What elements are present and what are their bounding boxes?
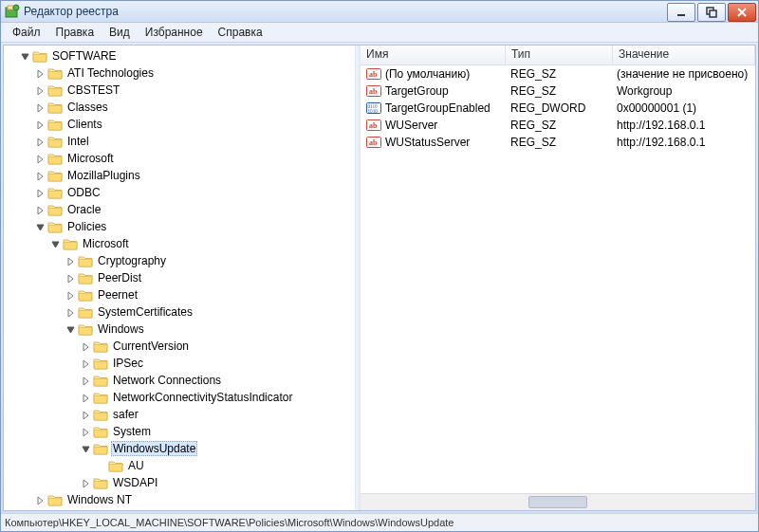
tree-node[interactable]: Microsoft [49,235,355,252]
expander-closed-icon[interactable] [34,204,46,215]
expander-closed-icon[interactable] [34,170,46,181]
tree-node-label[interactable]: WindowsUpdate [111,441,197,456]
expander-closed-icon[interactable] [65,306,76,318]
expander-closed-icon[interactable] [80,392,91,403]
tree-node-label[interactable]: Microsoft [81,237,131,250]
expander-closed-icon[interactable] [80,426,91,437]
tree-node[interactable]: ODBC [34,184,355,201]
tree-node[interactable]: Classes [34,99,355,116]
expander-closed-icon[interactable] [34,187,46,198]
tree-node-label[interactable]: SystemCertificates [96,305,194,319]
tree-node[interactable]: Network Connections [80,372,355,389]
tree-node[interactable]: Policies [34,218,355,235]
list-row[interactable]: TargetGroupREG_SZWorkgroup [361,83,755,100]
tree-node-label[interactable]: Network Connections [111,374,223,387]
close-button[interactable] [728,3,756,22]
column-name[interactable]: Имя [361,46,506,64]
tree-node-label[interactable]: Clients [65,118,104,131]
expander-closed-icon[interactable] [80,477,91,488]
tree-node-label[interactable]: Classes [65,101,110,114]
tree-node[interactable]: System [80,423,355,440]
tree-node[interactable]: WSDAPI [80,474,355,491]
expander-closed-icon[interactable] [80,375,91,386]
menu-file[interactable]: Файл [5,24,48,41]
expander-closed-icon[interactable] [65,272,76,284]
minimize-button[interactable] [667,3,695,22]
tree-node-label[interactable]: AU [126,459,146,472]
menu-help[interactable]: Справка [211,24,270,41]
tree-node[interactable]: Windows NT [34,491,355,508]
tree-node[interactable]: Oracle [34,201,355,218]
list-body[interactable]: (По умолчанию)REG_SZ(значение не присвое… [361,65,755,493]
tree-node[interactable]: ATI Technologies [34,64,355,82]
tree-node-label[interactable]: Policies [65,220,108,233]
expander-closed-icon[interactable] [80,409,91,420]
expander-closed-icon[interactable] [34,153,46,164]
tree-node-label[interactable]: safer [111,408,140,421]
tree-node-label[interactable]: MozillaPlugins [65,169,142,182]
expander-open-icon[interactable] [65,323,76,335]
tree-node[interactable]: Peernet [65,286,355,303]
list-row[interactable]: WUServerREG_SZhttp://192.168.0.1 [361,117,755,134]
expander-closed-icon[interactable] [65,289,76,301]
tree-node[interactable]: Windows [65,321,355,338]
expander-open-icon[interactable] [80,443,91,454]
tree-node-label[interactable]: SOFTWARE [50,49,119,63]
tree-node[interactable]: IPSec [80,355,355,372]
tree-node-label[interactable]: CBSTEST [65,83,121,97]
tree-node[interactable]: Cryptography [65,252,355,269]
expander-closed-icon[interactable] [34,494,46,505]
tree-node[interactable]: SystemCertificates [65,303,355,321]
expander-open-icon[interactable] [19,50,30,62]
tree-node-label[interactable]: Windows NT [65,493,134,506]
tree-node-label[interactable]: CurrentVersion [111,339,191,353]
tree-node-label[interactable]: IPSec [111,357,145,370]
tree-node[interactable]: CurrentVersion [80,338,355,355]
tree-node[interactable]: Clients [34,116,355,133]
expander-closed-icon[interactable] [34,119,46,130]
maximize-button[interactable] [697,3,726,22]
titlebar[interactable]: Редактор реестра [1,1,758,23]
tree-node[interactable]: CBSTEST [34,82,355,99]
expander-closed-icon[interactable] [34,101,46,113]
expander-closed-icon[interactable] [34,84,46,96]
tree-node[interactable]: NetworkConnectivityStatusIndicator [80,389,355,406]
tree-node[interactable]: SOFTWARE [19,47,355,64]
list-row[interactable]: WUStatusServerREG_SZhttp://192.168.0.1 [361,134,755,151]
tree-node[interactable]: WindowsUpdate [80,440,355,457]
tree-node[interactable]: PeerDist [65,269,355,286]
tree-node-label[interactable]: Microsoft [65,152,116,165]
expander-closed-icon[interactable] [34,67,46,79]
tree-node[interactable]: MozillaPlugins [34,167,355,184]
tree-pane[interactable]: SOFTWAREATI TechnologiesCBSTESTClassesCl… [4,46,356,510]
column-type[interactable]: Тип [506,46,613,64]
tree-node-label[interactable]: WSDAPI [111,476,159,489]
tree-node[interactable]: Intel [34,133,355,150]
tree-node[interactable]: AU [95,457,355,474]
tree-node-label[interactable]: PeerDist [96,271,143,284]
tree-node-label[interactable]: ODBC [65,186,102,199]
tree-node-label[interactable]: Intel [65,135,91,148]
list-row[interactable]: (По умолчанию)REG_SZ(значение не присвое… [361,65,755,83]
menu-edit[interactable]: Правка [48,24,102,41]
expander-open-icon[interactable] [34,221,46,232]
tree-node-label[interactable]: Windows [96,322,146,336]
scrollbar-thumb[interactable] [528,496,587,508]
tree-node-label[interactable]: Cryptography [96,254,168,267]
tree-node[interactable]: safer [80,406,355,423]
list-row[interactable]: TargetGroupEnabledREG_DWORD0x00000001 (1… [361,100,755,117]
tree-node-label[interactable]: NetworkConnectivityStatusIndicator [111,391,294,404]
tree-node-label[interactable]: Peernet [96,288,139,302]
expander-closed-icon[interactable] [34,136,46,147]
tree-node[interactable]: Microsoft [34,150,355,167]
expander-closed-icon[interactable] [65,255,76,266]
tree-node-label[interactable]: ATI Technologies [65,66,156,80]
menu-favorites[interactable]: Избранное [138,24,211,41]
expander-open-icon[interactable] [49,238,61,249]
tree-node-label[interactable]: System [111,425,153,438]
column-value[interactable]: Значение [613,46,755,64]
horizontal-scrollbar[interactable] [361,493,755,510]
expander-closed-icon[interactable] [80,340,91,352]
tree-node-label[interactable]: Oracle [65,203,102,216]
expander-closed-icon[interactable] [80,358,91,369]
